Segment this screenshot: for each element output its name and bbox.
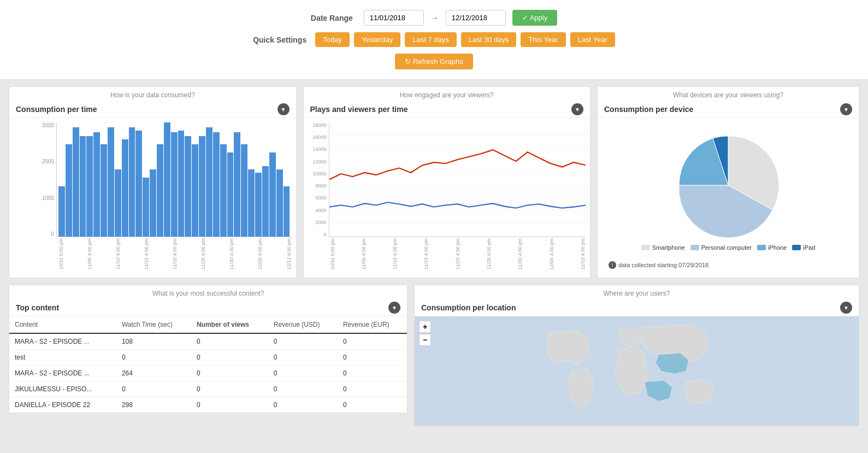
cell-revenue-eur: 0: [338, 333, 407, 350]
location-dropdown-icon[interactable]: ▼: [840, 302, 852, 314]
cell-views: 0: [191, 397, 268, 413]
bar: [206, 127, 212, 237]
plays-chart-panel: How engaged are your viewers? Plays and …: [303, 86, 591, 278]
line-chart-svg-container: [329, 122, 586, 237]
bar: [185, 136, 191, 237]
bar: [58, 186, 65, 237]
smartphone-label: Smartphone: [652, 244, 685, 251]
plays-section-label: How engaged are your viewers?: [304, 87, 591, 100]
cell-revenue-usd: 0: [268, 381, 338, 397]
bar-chart-bars: [56, 122, 292, 237]
bar: [143, 178, 149, 237]
quick-settings-label: Quick Settings: [253, 36, 306, 44]
consumption-chart-body: 3000 2000 1000 0 10/31 5:00 pm 11/05 4:0…: [9, 118, 296, 266]
bar: [248, 169, 255, 237]
world-map-svg: [415, 316, 859, 426]
col-views: Number of views: [191, 316, 268, 333]
map-body: + −: [415, 316, 859, 426]
legend-pc: Personal computer: [690, 244, 752, 251]
device-chart-title: Consumption per device: [604, 105, 693, 114]
table-row: MARA - S2 - EPISODE ... 108 0 0 0: [9, 333, 407, 350]
cell-content: JIKULUMESSU - EPISO...: [9, 381, 116, 397]
lastyear-button[interactable]: Last Year: [570, 32, 615, 47]
yesterday-button[interactable]: Yesterday: [354, 32, 400, 47]
charts-row: How is your data consumed? Consumption p…: [9, 86, 859, 278]
cell-revenue-usd: 0: [268, 366, 338, 381]
bar: [255, 173, 262, 237]
bar: [234, 132, 240, 237]
bar-chart-wrapper: 3000 2000 1000 0 10/31 5:00 pm 11/05 4:0…: [14, 122, 292, 270]
bottom-row: What is your most successful content? To…: [9, 285, 859, 426]
location-panel: Where are your users? Consumption per lo…: [414, 285, 859, 426]
top-content-dropdown-icon[interactable]: ▼: [388, 302, 400, 314]
bar-chart-area: 3000 2000 1000 0: [36, 122, 292, 237]
map-zoom-out-button[interactable]: −: [419, 334, 431, 346]
cell-watch-time: 108: [116, 333, 191, 350]
table-row: DANIELLA - EPISODE 22 298 0 0 0: [9, 397, 407, 413]
last30-button[interactable]: Last 30 days: [461, 32, 517, 47]
bar: [129, 127, 135, 237]
map-panel: Where are your users? Consumption per lo…: [414, 285, 859, 426]
cell-watch-time: 0: [116, 350, 191, 366]
y-axis-labels: 3000 2000 1000 0: [36, 122, 56, 237]
today-button[interactable]: Today: [315, 32, 350, 47]
bar: [199, 136, 205, 237]
table-row: MARA - S2 - EPISODE ... 264 0 0 0: [9, 366, 407, 381]
cell-revenue-eur: 0: [338, 366, 407, 381]
bar: [276, 169, 283, 237]
table-row: test 0 0 0 0: [9, 350, 407, 366]
col-content: Content: [9, 316, 116, 333]
line-chart-area: 18000 16000 14000 12000 10000 8000 6000 …: [308, 122, 586, 237]
iphone-label: iPhone: [768, 244, 787, 251]
apply-button[interactable]: ✓ Apply: [512, 10, 557, 26]
table-body: MARA - S2 - EPISODE ... 108 0 0 0 test 0…: [9, 333, 407, 413]
top-content-section-label: What is your most successful content?: [9, 285, 407, 298]
bar: [192, 144, 198, 237]
bar: [284, 186, 290, 237]
plays-x-labels: 10/31 5:00 pm 11/05 4:00 pm 11/10 4:00 p…: [308, 238, 586, 270]
cell-views: 0: [191, 333, 268, 350]
cell-revenue-usd: 0: [268, 350, 338, 366]
table-panel: What is your most successful content? To…: [9, 285, 408, 413]
bar: [93, 132, 100, 237]
bar: [220, 144, 227, 237]
cell-revenue-eur: 0: [338, 397, 407, 413]
consumption-chart-panel: How is your data consumed? Consumption p…: [9, 86, 297, 278]
bar: [262, 166, 269, 237]
plays-dropdown-icon[interactable]: ▼: [571, 103, 583, 115]
bar: [135, 131, 142, 237]
info-icon[interactable]: i: [609, 261, 616, 269]
last7-button[interactable]: Last 7 days: [405, 32, 457, 47]
location-title-row: Consumption per location ▼: [415, 298, 859, 316]
date-from-input[interactable]: [364, 10, 424, 26]
bar: [227, 152, 234, 237]
bar: [115, 169, 121, 237]
pc-label: Personal computer: [701, 244, 752, 251]
table-header-row: Content Watch Time (sec) Number of views…: [9, 316, 407, 333]
cell-watch-time: 298: [116, 397, 191, 413]
map-zoom-in-button[interactable]: +: [419, 321, 431, 333]
cell-content: DANIELLA - EPISODE 22: [9, 397, 116, 413]
thisyear-button[interactable]: This Year: [521, 32, 565, 47]
bar: [101, 144, 107, 237]
device-dropdown-icon[interactable]: ▼: [840, 103, 852, 115]
bar: [122, 139, 128, 237]
plays-chart-body: 18000 16000 14000 12000 10000 8000 6000 …: [304, 118, 591, 266]
arrow-icon: →: [430, 13, 439, 23]
refresh-graphs-button[interactable]: ↻ Refresh Graphs: [395, 54, 473, 69]
cell-revenue-usd: 0: [268, 397, 338, 413]
consumption-dropdown-icon[interactable]: ▼: [277, 103, 290, 115]
date-to-input[interactable]: [446, 10, 506, 26]
device-title-row: Consumption per device ▼: [598, 100, 859, 118]
bar: [269, 152, 276, 237]
location-section-label: Where are your users?: [415, 285, 859, 298]
ipad-label: iPad: [803, 244, 815, 251]
col-watch-time: Watch Time (sec): [116, 316, 191, 333]
cell-revenue-usd: 0: [268, 333, 338, 350]
bar: [150, 169, 156, 237]
smartphone-color: [641, 245, 650, 250]
bar: [86, 136, 93, 237]
map-controls: + −: [419, 321, 431, 346]
cell-views: 0: [191, 381, 268, 397]
pie-chart-svg: [674, 131, 783, 240]
